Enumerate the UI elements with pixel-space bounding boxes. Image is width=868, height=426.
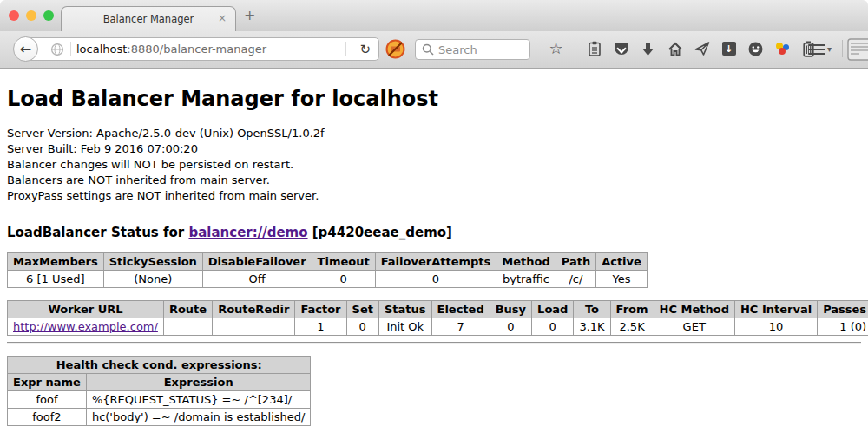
persist-note-line: Balancer changes will NOT be persisted o… [7,157,861,173]
zoom-window-button[interactable] [43,10,54,21]
url-host: localhost [76,43,127,56]
search-icon [422,43,434,56]
balancer-demo-link[interactable]: balancer://demo [188,225,307,240]
table-row: http://www.example.com/ 1 0 Init Ok 7 0 … [8,318,868,336]
browser-window: Balancer Manager × + ← localhost:8880/ba… [0,0,868,426]
url-path: :8880/balancer-manager [127,43,266,56]
page-content: Load Balancer Manager for localhost Serv… [0,69,868,426]
table-row: foof %{REQUEST_STATUS} =~ /^[234]/ [8,391,311,409]
new-tab-button[interactable]: + [244,8,255,23]
tab-close-icon[interactable]: × [218,12,227,24]
table-header-row: Expr name Expression [8,374,311,391]
url-bar[interactable]: localhost:8880/balancer-manager ↻ [25,37,379,61]
pocket-icon[interactable] [613,39,629,58]
worker-table: Worker URL Route RouteRedir Factor Set S… [7,300,868,336]
server-built-line: Server Built: Feb 9 2016 07:00:20 [7,141,861,157]
send-plane-icon[interactable] [694,39,710,58]
tab-balancer-manager[interactable]: Balancer Manager × [61,6,236,31]
downloads-icon[interactable] [640,39,656,58]
inherit-note-line: Balancers are NOT inherited from main se… [7,173,861,188]
server-info: Server Version: Apache/2.5.0-dev (Unix) … [7,126,861,204]
minimize-window-button[interactable] [26,10,36,21]
menu-icon[interactable] [808,42,825,57]
extension-download-box-icon[interactable]: ↓ [720,39,737,58]
navigation-toolbar: ← localhost:8880/balancer-manager ↻ ☆ [0,31,868,69]
smiley-chat-icon[interactable] [747,39,764,58]
clipboard-icon[interactable] [586,39,602,58]
tab-title: Balancer Manager [103,13,194,25]
worker-url-link[interactable]: http://www.example.com/ [13,320,158,333]
tab-groups-icon[interactable] [847,38,868,61]
titlebar: Balancer Manager × + [0,0,868,31]
plugin-blocked-icon[interactable] [385,39,405,59]
server-version-line: Server Version: Apache/2.5.0-dev (Unix) … [7,126,861,141]
search-input[interactable] [438,43,521,56]
bookmark-star-icon[interactable]: ☆ [548,39,564,58]
page-title: Load Balancer Manager for localhost [7,69,861,111]
table-title-row: Health check cond. expressions: [8,357,311,374]
health-check-table: Health check cond. expressions: Expr nam… [7,356,311,426]
table-row: foof2 hc('body') =~ /domain is establish… [8,409,311,426]
url-text[interactable]: localhost:8880/balancer-manager [76,43,266,56]
balancer-params-table: MaxMembers StickySession DisableFailover… [7,252,648,288]
back-button[interactable]: ← [13,36,38,62]
table-header-row: MaxMembers StickySession DisableFailover… [8,253,648,271]
window-controls [9,10,54,21]
reload-icon[interactable]: ↻ [352,42,378,57]
section-divider [7,342,861,344]
back-arrow-icon: ← [20,41,31,57]
close-window-button[interactable] [9,10,19,21]
overflow-caret-icon[interactable]: ▾ [827,44,832,54]
home-icon[interactable] [667,39,683,58]
proxypass-note-line: ProxyPass settings are NOT inherited fro… [7,188,861,204]
table-header-row: Worker URL Route RouteRedir Factor Set S… [8,301,868,318]
table-row: 6 [1 Used] (None) Off 0 0 bytraffic /c/ … [8,271,648,288]
url-separator [70,42,71,56]
balancer-status-heading: LoadBalancer Status for balancer://demo … [7,225,861,240]
search-bar [415,39,530,60]
colored-dots-extension-icon[interactable] [774,42,790,56]
globe-icon [49,40,65,59]
